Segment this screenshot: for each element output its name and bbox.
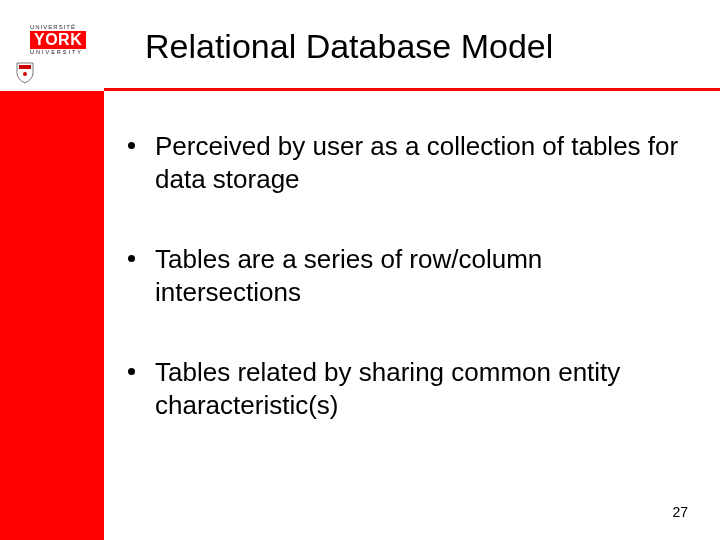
logo-bottom-text: UNIVERSITY [30,49,86,55]
university-logo: UNIVERSITÉ YORK UNIVERSITY [8,24,86,55]
bullet-icon [128,142,135,149]
bullet-icon [128,255,135,262]
crest-icon [16,62,34,84]
title-underline [104,88,720,91]
bullet-list: Perceived by user as a collection of tab… [128,130,688,469]
list-item: Tables are a series of row/column inters… [128,243,688,308]
page-title: Relational Database Model [145,27,553,66]
logo-top-text: UNIVERSITÉ [30,24,86,30]
logo-name: YORK [30,31,86,49]
svg-rect-0 [19,65,31,69]
bullet-text: Tables are a series of row/column inters… [155,243,688,308]
slide: UNIVERSITÉ YORK UNIVERSITY Relational Da… [0,0,720,540]
bullet-text: Perceived by user as a collection of tab… [155,130,688,195]
svg-point-1 [23,72,27,76]
page-number: 27 [672,504,688,520]
bullet-text: Tables related by sharing common entity … [155,356,688,421]
red-sidebar [0,91,104,540]
list-item: Perceived by user as a collection of tab… [128,130,688,195]
bullet-icon [128,368,135,375]
list-item: Tables related by sharing common entity … [128,356,688,421]
